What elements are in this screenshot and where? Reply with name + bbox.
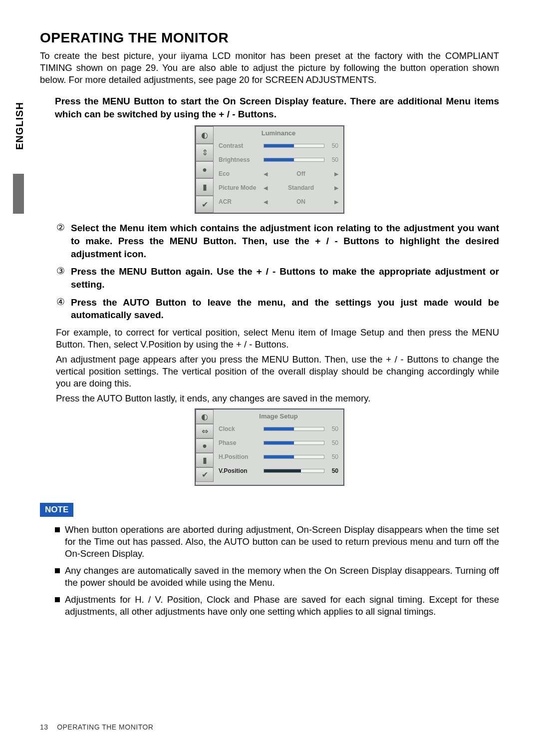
osd-luminance-panel: ◐⇕●▮✔ Luminance Contrast50Brightness50Ec… [195,125,344,214]
note-3: Adjustments for H. / V. Position, Clock … [65,594,499,618]
osd-slider[interactable] [264,427,324,431]
osd-slider[interactable] [264,455,324,459]
step-1-text: Press the MENU Button to start the On Sc… [55,95,499,120]
language-tab-accent [13,174,24,214]
step-3-marker: ③ [55,265,66,277]
osd-row[interactable]: H.Position50 [219,450,338,464]
osd-row[interactable]: Picture Mode◀Standard▶ [219,181,338,195]
bullet-icon [55,597,60,602]
osd-row[interactable]: Clock50 [219,422,338,436]
osd-tab-icon[interactable]: ▮ [196,178,214,196]
osd-tab-icon[interactable]: ▮ [196,453,214,467]
bullet-icon [55,527,60,532]
step-4-marker: ④ [55,296,66,308]
osd-select-value: ON [296,198,305,205]
page-title: OPERATING THE MONITOR [40,30,499,46]
osd-row-label: Picture Mode [219,184,261,191]
intro-paragraph: To create the best picture, your iiyama … [40,50,499,86]
arrow-left-icon[interactable]: ◀ [264,199,268,205]
note-2: Any changes are automatically saved in t… [65,565,499,589]
example-paragraph-1: For example, to correct for vertical pos… [56,327,499,351]
osd-value: 50 [327,439,338,446]
osd-value: 50 [327,453,338,460]
note-1: When button operations are aborted durin… [65,524,499,560]
osd-luminance-title: Luminance [219,129,338,137]
osd-row[interactable]: ACR◀ON▶ [219,195,338,209]
osd-value: 50 [327,156,338,163]
page-number: 13 [40,723,48,731]
footer-label: OPERATING THE MONITOR [57,723,153,731]
osd-row[interactable]: Brightness50 [219,153,338,167]
page-footer: 13 OPERATING THE MONITOR [40,723,153,731]
osd-slider[interactable] [264,158,324,162]
osd-image-setup-panel: ◐⇔●▮✔ Image Setup Clock50Phase50H.Positi… [195,408,344,486]
osd-value: 50 [327,425,338,432]
arrow-left-icon[interactable]: ◀ [264,185,268,191]
step-2-marker: ② [55,222,66,234]
osd-value: 50 [327,467,338,474]
step-2-text: Select the Menu item which contains the … [71,222,499,260]
osd-image-setup-title: Image Setup [219,412,338,420]
osd-row-label: Brightness [219,156,261,163]
osd-slider[interactable] [264,441,324,445]
osd-slider[interactable] [264,469,324,473]
osd-row-label: ACR [219,198,261,205]
osd-tab-icon[interactable]: ✔ [196,467,214,482]
osd-row[interactable]: Contrast50 [219,139,338,153]
step-4-text: Press the AUTO Button to leave the menu,… [71,296,499,322]
osd-row-label: H.Position [219,453,261,460]
step-3-text: Press the MENU Button again. Use the + /… [71,265,499,291]
osd-select-value: Off [296,170,305,177]
example-paragraph-3: Press the AUTO Button lastly, it ends, a… [56,392,499,404]
osd-tab-icon[interactable]: ⇔ [196,424,214,438]
osd-row-label: Contrast [219,142,261,149]
osd-row[interactable]: Phase50 [219,436,338,450]
bullet-icon [55,568,60,573]
osd-tab-icon[interactable]: ✔ [196,196,214,213]
arrow-right-icon[interactable]: ▶ [334,199,338,205]
osd-row-label: Clock [219,425,261,432]
osd-tab-icon[interactable]: ● [196,161,214,179]
osd-row-label: Eco [219,170,261,177]
osd-row[interactable]: V.Position50 [219,464,338,478]
osd-row-label: Phase [219,439,261,446]
osd-row-label: V.Position [219,467,261,474]
osd-value: 50 [327,142,338,149]
osd-tab-icon[interactable]: ● [196,438,214,453]
example-paragraph-2: An adjustment page appears after you pre… [56,354,499,389]
osd-tab-icon[interactable]: ◐ [196,126,214,144]
arrow-right-icon[interactable]: ▶ [334,171,338,177]
language-tab: ENGLISH [14,102,25,150]
arrow-right-icon[interactable]: ▶ [334,185,338,191]
note-badge: NOTE [40,503,73,517]
osd-tab-icon[interactable]: ◐ [196,409,214,424]
osd-row[interactable]: Eco◀Off▶ [219,167,338,181]
osd-select-value: Standard [288,184,314,191]
osd-slider[interactable] [264,144,324,148]
arrow-left-icon[interactable]: ◀ [264,171,268,177]
osd-tab-icon[interactable]: ⇕ [196,144,214,161]
